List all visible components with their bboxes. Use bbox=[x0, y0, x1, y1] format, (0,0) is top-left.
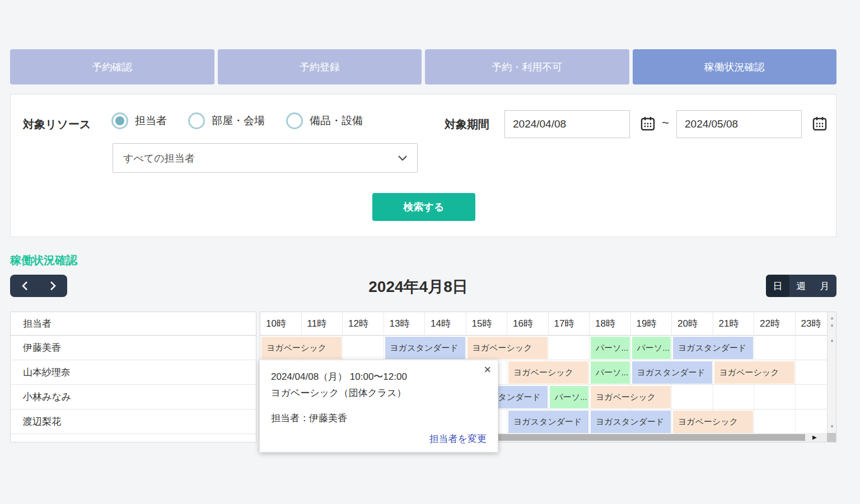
radio-staff-icon bbox=[111, 112, 128, 129]
view-week[interactable]: 週 bbox=[789, 275, 813, 297]
popup-datetime: 2024/04/08（月） 10:00〜12:00 bbox=[271, 370, 407, 383]
staff-name: 小林みなみ bbox=[11, 385, 256, 409]
event-detail-popup: × 2024/04/08（月） 10:00〜12:00 ヨガベーシック（団体クラ… bbox=[259, 360, 498, 453]
grid-cell[interactable] bbox=[754, 385, 796, 409]
vertical-scrollbar[interactable]: ▲ ▼ ▲ ▼ bbox=[827, 312, 836, 434]
staff-pane: 担当者 伊藤美香山本紗理奈小林みなみ渡辺梨花 bbox=[10, 312, 256, 442]
schedule-event[interactable]: パーソ... bbox=[591, 337, 630, 359]
tab-reservation-register[interactable]: 予約登録 bbox=[218, 49, 422, 84]
time-header-cell: 12時 bbox=[343, 312, 384, 336]
schedule-event[interactable]: ヨガベーシック bbox=[508, 361, 588, 384]
schedule-row: ヨガベーシックヨガスタンダードヨガベーシックパーソ...パーソ...ヨガスタンダ… bbox=[260, 336, 836, 360]
app-root: 予約確認予約登録予約・利用不可稼働状況確認 対象リソース 担当者部屋・会場備品・… bbox=[0, 0, 860, 504]
date-from-input[interactable]: 2024/04/08 bbox=[504, 110, 630, 138]
change-staff-link[interactable]: 担当者を変更 bbox=[429, 432, 487, 445]
popup-staff: 担当者：伊藤美香 bbox=[271, 412, 347, 425]
time-header-cell: 19時 bbox=[631, 312, 672, 336]
schedule-event[interactable]: ヨガベーシック bbox=[591, 386, 671, 408]
radio-equipment[interactable]: 備品・設備 bbox=[286, 112, 363, 129]
time-header-cell: 11時 bbox=[302, 312, 343, 336]
staff-name: 伊藤美香 bbox=[11, 336, 256, 360]
radio-equipment-label: 備品・設備 bbox=[310, 114, 363, 128]
schedule-event[interactable]: ヨガベーシック bbox=[673, 411, 753, 433]
scrollbar-corner bbox=[827, 433, 836, 442]
schedule-event[interactable]: ヨガベーシック bbox=[261, 337, 342, 359]
grid-cell[interactable] bbox=[549, 336, 590, 360]
staff-name: 山本紗理奈 bbox=[11, 360, 256, 385]
chevron-down-icon bbox=[398, 156, 407, 161]
radio-room-icon bbox=[188, 112, 205, 129]
date-heading: 2024年4月8日 bbox=[0, 276, 836, 298]
resource-label: 対象リソース bbox=[23, 117, 91, 132]
view-toggle: 日週月 bbox=[766, 275, 836, 297]
filter-panel: 対象リソース 担当者部屋・会場備品・設備 すべての担当者 対象期間 2024/0… bbox=[10, 94, 836, 237]
schedule-event[interactable]: ヨガベーシック bbox=[468, 337, 548, 359]
time-header-cell: 17時 bbox=[549, 312, 590, 336]
resource-radio-group: 担当者部屋・会場備品・設備 bbox=[111, 112, 363, 129]
search-button[interactable]: 検索する bbox=[372, 193, 475, 221]
schedule-event[interactable]: ヨガスタンダード bbox=[673, 337, 753, 359]
popup-event-title: ヨガベーシック（団体クラス） bbox=[271, 387, 406, 399]
schedule-event[interactable]: パーソ... bbox=[591, 361, 630, 384]
schedule-event[interactable]: パーソ... bbox=[632, 337, 671, 359]
time-header-cell: 15時 bbox=[466, 312, 508, 336]
scroll-up-icon[interactable]: ▲ bbox=[828, 315, 836, 321]
date-range-separator: ~ bbox=[662, 116, 669, 130]
schedule-event[interactable]: ヨガスタンダード bbox=[632, 361, 712, 384]
radio-room[interactable]: 部屋・会場 bbox=[188, 112, 265, 129]
calendar-icon[interactable] bbox=[812, 116, 828, 131]
staff-dropdown-value: すべての担当者 bbox=[123, 152, 195, 165]
scroll-down-icon[interactable]: ▼ bbox=[828, 323, 836, 328]
period-label: 対象期間 bbox=[445, 117, 489, 132]
calendar-icon[interactable] bbox=[640, 116, 656, 131]
radio-staff[interactable]: 担当者 bbox=[111, 112, 167, 129]
scroll-right-icon[interactable]: ▶ bbox=[812, 434, 817, 440]
time-header-cell: 16時 bbox=[507, 312, 549, 336]
grid-cell[interactable] bbox=[343, 336, 384, 360]
staff-rows: 伊藤美香山本紗理奈小林みなみ渡辺梨花 bbox=[11, 336, 256, 434]
date-to-input[interactable]: 2024/05/08 bbox=[676, 110, 802, 138]
time-header-cell: 14時 bbox=[425, 312, 466, 336]
grid-cell[interactable] bbox=[754, 336, 796, 360]
tab-reservation-unavailable[interactable]: 予約・利用不可 bbox=[425, 49, 629, 84]
time-header-cell: 10時 bbox=[260, 312, 302, 336]
close-icon[interactable]: × bbox=[484, 362, 491, 377]
staff-name: 渡辺梨花 bbox=[11, 409, 256, 434]
scroll-down-icon[interactable]: ▼ bbox=[828, 424, 836, 429]
time-header-cell: 21時 bbox=[713, 312, 755, 336]
tab-occupancy-status[interactable]: 稼働状況確認 bbox=[633, 49, 837, 84]
time-header-cell: 18時 bbox=[590, 312, 631, 336]
view-month[interactable]: 月 bbox=[813, 275, 836, 297]
radio-staff-label: 担当者 bbox=[135, 114, 167, 128]
tab-reservation-check[interactable]: 予約確認 bbox=[10, 49, 214, 84]
scroll-up-icon[interactable]: ▲ bbox=[828, 338, 836, 343]
schedule-event[interactable]: ヨガスタンダード bbox=[591, 411, 671, 433]
grid-cell[interactable] bbox=[713, 385, 755, 409]
view-day[interactable]: 日 bbox=[766, 275, 789, 297]
tab-bar: 予約確認予約登録予約・利用不可稼働状況確認 bbox=[10, 49, 836, 84]
staff-dropdown[interactable]: すべての担当者 bbox=[113, 143, 418, 173]
time-header-row: 10時11時12時13時14時15時16時17時18時19時20時21時22時2… bbox=[260, 312, 836, 336]
time-header-cell: 22時 bbox=[754, 312, 796, 336]
grid-cell[interactable] bbox=[672, 385, 713, 409]
schedule-event[interactable]: パーソ... bbox=[550, 386, 589, 408]
radio-equipment-icon bbox=[286, 112, 303, 129]
grid-cell[interactable] bbox=[754, 409, 796, 434]
time-header-cell: 13時 bbox=[384, 312, 426, 336]
schedule-event[interactable]: ヨガスタンダード bbox=[508, 411, 588, 433]
section-title: 稼働状況確認 bbox=[10, 253, 77, 268]
schedule-event[interactable]: ヨガスタンダード bbox=[385, 337, 465, 359]
radio-room-label: 部屋・会場 bbox=[212, 114, 265, 128]
schedule-event[interactable]: ヨガベーシック bbox=[714, 361, 794, 384]
time-header-cell: 20時 bbox=[672, 312, 713, 336]
staff-column-header: 担当者 bbox=[11, 312, 256, 336]
